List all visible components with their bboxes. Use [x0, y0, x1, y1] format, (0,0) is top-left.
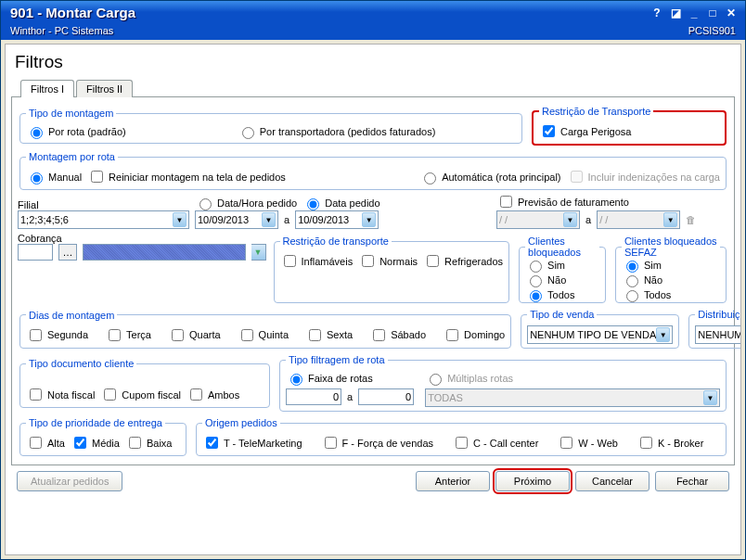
dia-sex[interactable]: Sexta: [305, 326, 353, 344]
distribuicao-select[interactable]: NENHUMA▼: [695, 325, 741, 344]
subtitle-bar: Winthor - PC Sistemas PCSIS901: [1, 23, 745, 40]
tab-panel: Tipo de montagem Por rota (padrão) Por t…: [11, 96, 735, 465]
data-block: Data/Hora pedido Data pedido 10/09/2013▼…: [195, 196, 380, 229]
cancelar-button[interactable]: Cancelar: [575, 471, 650, 491]
cobranca-display[interactable]: [83, 244, 246, 261]
tab-filtros-2[interactable]: Filtros II: [76, 80, 133, 97]
prev-date-to: / /▼: [597, 210, 680, 229]
chk-reiniciar[interactable]: Reiniciar montagem na tela de pedidos: [87, 168, 286, 185]
date-to[interactable]: 10/09/2013▼: [295, 210, 379, 229]
dia-seg[interactable]: Segunda: [26, 326, 88, 344]
subtitle-right: PCSIS901: [688, 25, 736, 36]
opt-automatica[interactable]: Automática (rota principal): [419, 170, 560, 185]
prev-sep: a: [585, 214, 591, 225]
cobranca-block: Cobrança … ▼: [18, 233, 266, 306]
cli-bloq-sim[interactable]: Sim: [525, 258, 599, 273]
dia-qua[interactable]: Quarta: [168, 326, 221, 344]
help-icon[interactable]: ?: [649, 6, 665, 20]
restricao-tr-legend: Restrição de transporte: [280, 235, 392, 247]
tipo-doc-legend: Tipo documento cliente: [26, 358, 136, 369]
rota-sep: a: [347, 391, 353, 402]
opt-data-pedido[interactable]: Data pedido: [302, 196, 379, 210]
chk-inflamaveis[interactable]: Inflamáveis: [280, 252, 354, 270]
cli-bloq-sefaz-group: Clientes bloqueados SEFAZ Sim Não Todos: [615, 235, 727, 303]
dias-legend: Dias de montagem: [26, 310, 117, 321]
dia-sab[interactable]: Sábado: [369, 326, 426, 344]
opt-data-hora[interactable]: Data/Hora pedido: [195, 196, 297, 210]
opt-por-rota[interactable]: Por rota (padrão): [26, 124, 126, 139]
chk-baixa[interactable]: Baixa: [125, 434, 173, 452]
tipo-montagem-group: Tipo de montagem Por rota (padrão) Por t…: [19, 108, 522, 144]
dia-qui[interactable]: Quinta: [238, 326, 289, 344]
montagem-rota-legend: Montagem por rota: [26, 151, 118, 162]
chk-broker[interactable]: K - Broker: [637, 434, 704, 452]
chk-alta[interactable]: Alta: [26, 434, 65, 452]
chk-refrigerados[interactable]: Refrigerados: [423, 252, 503, 270]
rota-from[interactable]: [286, 388, 341, 405]
chk-indenizacoes: Incluir indenizações na carga: [567, 168, 720, 185]
tipo-doc-group: Tipo documento cliente Nota fiscal Cupom…: [19, 358, 270, 408]
montagem-rota-group: Montagem por rota Manual Reiniciar monta…: [19, 151, 727, 190]
chk-media[interactable]: Média: [71, 434, 120, 452]
opt-manual[interactable]: Manual: [26, 170, 82, 185]
previsao-block: Previsão de faturamento / /▼ a / /▼ 🗑: [496, 193, 728, 229]
chk-cupom-fiscal[interactable]: Cupom fiscal: [100, 386, 181, 403]
atualizar-button: Atualizar pedidos: [17, 471, 122, 491]
date-from[interactable]: 10/09/2013▼: [195, 210, 278, 229]
date-sep: a: [284, 214, 289, 225]
restricao-transporte-group: Restrição de transporte Inflamáveis Norm…: [274, 235, 510, 303]
chk-callcenter[interactable]: C - Call center: [452, 434, 538, 452]
fechar-button[interactable]: Fechar: [655, 471, 729, 491]
body-panel: Filtros Filtros I Filtros II Tipo de mon…: [5, 44, 741, 555]
chk-normais[interactable]: Normais: [358, 252, 418, 270]
chk-web[interactable]: W - Web: [557, 434, 618, 452]
tipo-montagem-legend: Tipo de montagem: [26, 108, 116, 119]
cobranca-lookup-button[interactable]: …: [58, 244, 77, 261]
sefaz-todos[interactable]: Todos: [622, 287, 720, 302]
restricao-transporte-box: Restrição de Transporte Carga Perigosa: [532, 106, 727, 146]
chk-previsao[interactable]: Previsão de faturamento: [496, 193, 728, 210]
window-title: 901 - Montar Carga: [10, 5, 649, 20]
proximo-button[interactable]: Próximo: [495, 471, 570, 491]
filial-label: Filial: [18, 199, 189, 210]
mult-rotas-select: TODAS▼: [425, 388, 720, 407]
opt-mult-rotas[interactable]: Múltiplas rotas: [425, 371, 720, 386]
opt-faixa-rotas[interactable]: Faixa de rotas: [286, 371, 414, 386]
subtitle-left: Winthor - PC Sistemas: [10, 25, 113, 36]
cli-bloq-sefaz-legend: Clientes bloqueados SEFAZ: [622, 235, 720, 258]
tipo-venda-select[interactable]: NENHUM TIPO DE VENDA▼: [527, 325, 673, 344]
anterior-button[interactable]: Anterior: [416, 471, 490, 491]
dia-dom[interactable]: Domingo: [443, 326, 505, 344]
cobranca-label: Cobrança: [18, 233, 266, 244]
prev-date-from: / /▼: [496, 210, 580, 229]
app-window: 901 - Montar Carga ? ◪ _ □ ✕ Winthor - P…: [0, 0, 746, 560]
chk-ambos[interactable]: Ambos: [186, 386, 239, 403]
close-icon[interactable]: ✕: [723, 6, 740, 20]
distribuicao-legend: Distribuição: [695, 309, 741, 320]
cli-bloq-todos[interactable]: Todos: [525, 287, 599, 302]
cobranca-dropdown-arrow[interactable]: ▼: [251, 244, 266, 261]
chk-telemarketing[interactable]: T - TeleMarketing: [202, 434, 302, 452]
tipo-venda-group: Tipo de venda NENHUM TIPO DE VENDA▼: [521, 309, 679, 349]
restricao-transporte-legend: Restrição de Transporte: [539, 106, 653, 117]
titlebar: 901 - Montar Carga ? ◪ _ □ ✕: [1, 1, 745, 23]
sefaz-sim[interactable]: Sim: [622, 258, 720, 273]
dia-ter[interactable]: Terça: [105, 326, 151, 344]
rota-to[interactable]: [358, 388, 414, 405]
tab-filtros-1[interactable]: Filtros I: [20, 80, 74, 97]
filial-select[interactable]: 1;2;3;4;5;6▼: [18, 210, 189, 229]
origem-group: Origem pedidos T - TeleMarketing F - For…: [196, 417, 727, 456]
maximize-icon[interactable]: □: [704, 6, 721, 20]
chk-forca-vendas[interactable]: F - Força de vendas: [321, 434, 433, 452]
chk-nota-fiscal[interactable]: Nota fiscal: [26, 386, 95, 403]
chk-carga-perigosa[interactable]: Carga Perigosa: [539, 122, 719, 140]
edit-icon[interactable]: ◪: [667, 6, 684, 20]
cli-bloq-nao[interactable]: Não: [525, 273, 599, 287]
calendar-icon: 🗑: [686, 214, 696, 225]
opt-por-transportadora[interactable]: Por transportadora (pedidos faturados): [238, 124, 436, 139]
sefaz-nao[interactable]: Não: [622, 273, 720, 287]
page-title: Filtros: [15, 52, 735, 72]
minimize-icon[interactable]: _: [686, 6, 702, 20]
dias-group: Dias de montagem Segunda Terça Quarta Qu…: [19, 310, 511, 349]
cobranca-code-input[interactable]: [18, 244, 53, 261]
